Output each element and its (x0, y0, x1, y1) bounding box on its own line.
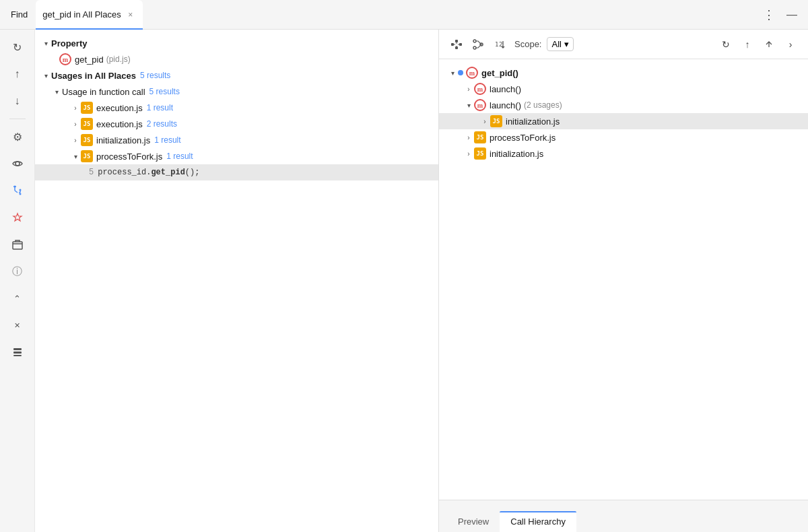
js-badge-process: JS (474, 131, 486, 143)
right-launch-2-item[interactable]: ▾ m launch() (2 usages) (439, 97, 808, 113)
more-options-button[interactable]: ⋮ (758, 7, 781, 22)
svg-rect-11 (459, 43, 462, 46)
svg-rect-9 (455, 40, 458, 42)
execution-2-count: 2 results (147, 119, 177, 129)
usages-header[interactable]: ▾ Usages in All Places 5 results (35, 67, 438, 84)
init-selected-label: initialization.js (506, 117, 560, 127)
execution-1-chevron: › (70, 102, 81, 113)
divider-1 (9, 119, 26, 119)
scope-label: Scope: (514, 39, 541, 49)
get-pid-property-item[interactable]: m get_pid (pid.js) (35, 51, 438, 67)
init-chevron: › (70, 135, 81, 145)
init-count: 1 result (154, 135, 180, 145)
main-content: ↻ ↑ ↓ ⚙ (0, 30, 808, 532)
code-suffix: (); (185, 168, 200, 177)
branch-icon[interactable] (5, 178, 30, 203)
js-badge: JS (81, 134, 93, 146)
tab-call-hierarchy[interactable]: Call Hierarchy (500, 511, 576, 532)
get-pid-name: get_pid (75, 55, 104, 65)
process-count: 1 result (166, 152, 193, 161)
info-icon[interactable]: ⓘ (5, 259, 30, 284)
usage-function-header[interactable]: ▾ Usage in function call 5 results (35, 84, 438, 100)
usage-function-count: 5 results (149, 87, 180, 96)
svg-point-12 (473, 40, 476, 42)
usages-chevron: ▾ (40, 70, 51, 81)
find-tab[interactable]: Find (5, 0, 36, 30)
list-item[interactable]: › JS execution.js 2 results (35, 116, 438, 132)
expand-right-icon[interactable] (760, 35, 778, 54)
svg-point-2 (19, 189, 21, 191)
launch-2-chevron: ▾ (463, 100, 474, 110)
svg-rect-6 (13, 352, 22, 354)
tab-bar: Find get_pid in All Places × ⋮ — (0, 0, 808, 30)
init-right-chevron: › (463, 148, 474, 159)
process-right-label: processToFork.js (490, 133, 556, 143)
execution-1-count: 1 result (147, 103, 173, 112)
code-line-item[interactable]: 5process_id.get_pid(); (35, 164, 438, 180)
right-panel: 1 2 Scope: All ▾ ↻ ↑ › (439, 30, 808, 532)
init-right-label: initialization.js (490, 149, 543, 159)
usages-count: 5 results (140, 71, 170, 80)
scope-dropdown[interactable]: All ▾ (547, 37, 573, 51)
arrow-down-icon[interactable]: ↓ (5, 89, 30, 113)
settings-icon[interactable]: ⚙ (5, 125, 30, 149)
left-panel: ▾ Property m get_pid (pid.js) ▾ Usages i… (35, 30, 439, 532)
sidebar-icons: ↻ ↑ ↓ ⚙ (0, 30, 35, 532)
property-header[interactable]: ▾ Property (35, 35, 438, 51)
collapse-icon[interactable]: ⌃ (5, 286, 30, 310)
usage-function-label: Usage in function call (62, 87, 145, 97)
tab-preview[interactable]: Preview (447, 511, 500, 532)
execution-1-name: execution.js (96, 103, 143, 113)
call-tree-icon[interactable] (469, 35, 487, 54)
process-name: processToFork.js (96, 152, 162, 162)
right-get-pid-item[interactable]: ▾ m get_pid() (439, 65, 808, 81)
js-badge: JS (81, 102, 93, 114)
active-tab[interactable]: get_pid in All Places × (36, 0, 142, 30)
package-icon[interactable] (5, 232, 30, 257)
m-badge-launch2: m (474, 99, 486, 111)
expand-icon[interactable]: ✕ (5, 313, 30, 337)
next-right-icon[interactable]: › (781, 35, 800, 54)
right-process-item[interactable]: › JS processToFork.js (439, 129, 808, 145)
launch-2-suffix: (2 usages) (524, 100, 562, 110)
minimize-button[interactable]: — (781, 9, 803, 21)
launch-2-label: launch() (490, 100, 521, 110)
up-right-icon[interactable]: ↑ (738, 35, 757, 54)
scope-chevron-icon: ▾ (564, 39, 569, 49)
refresh-icon[interactable]: ↻ (5, 35, 30, 59)
eye-icon[interactable] (5, 152, 30, 176)
arrow-up-icon[interactable]: ↑ (5, 62, 30, 86)
right-toolbar: 1 2 Scope: All ▾ ↻ ↑ › (439, 30, 808, 59)
right-init-item[interactable]: › JS initialization.js (439, 145, 808, 162)
launch-1-chevron: › (463, 84, 474, 94)
js-badge-init: JS (474, 147, 486, 160)
get-pid-right-label: get_pid() (481, 68, 518, 78)
code-line: 5process_id.get_pid(); (89, 168, 199, 177)
list-item[interactable]: › JS execution.js 1 result (35, 100, 438, 116)
preview-tab-label: Preview (458, 517, 489, 527)
right-init-selected-item[interactable]: › JS initialization.js (439, 113, 808, 129)
pin-icon[interactable] (5, 205, 30, 230)
close-tab-button[interactable]: × (125, 9, 136, 20)
launch-1-label: launch() (490, 84, 521, 94)
list-item[interactable]: ▾ JS processToFork.js 1 result (35, 148, 438, 164)
list-item[interactable]: › JS initialization.js 1 result (35, 132, 438, 148)
m-badge-right: m (466, 67, 478, 79)
get-pid-right-chevron: ▾ (447, 67, 458, 78)
sort-icon[interactable]: 1 2 (490, 35, 509, 54)
list-icon[interactable] (5, 340, 30, 364)
svg-rect-8 (451, 43, 454, 46)
svg-point-0 (15, 162, 20, 166)
refresh-right-icon[interactable]: ↻ (716, 35, 735, 54)
blue-dot (458, 70, 463, 75)
svg-point-1 (13, 186, 15, 188)
hierarchy-icon[interactable] (447, 35, 466, 54)
process-chevron: ▾ (70, 151, 81, 162)
execution-2-name: execution.js (96, 119, 143, 129)
get-pid-file: (pid.js) (106, 55, 131, 64)
right-launch-1-item[interactable]: › m launch() (439, 81, 808, 97)
svg-point-13 (473, 46, 476, 49)
js-badge: JS (81, 118, 93, 130)
m-badge: m (59, 53, 71, 65)
property-label: Property (51, 38, 87, 48)
